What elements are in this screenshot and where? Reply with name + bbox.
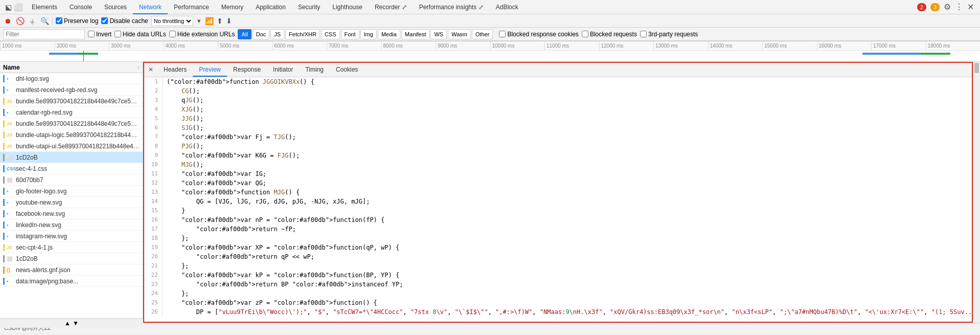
blocked-response-checkbox[interactable] xyxy=(499,31,506,37)
hide-data-checkbox[interactable] xyxy=(115,31,121,37)
blocked-response-label[interactable]: Blocked response cookies xyxy=(499,31,578,38)
export-icon[interactable]: ⬇ xyxy=(226,17,232,25)
third-party-checkbox[interactable] xyxy=(640,31,647,37)
tab-console[interactable]: Console xyxy=(63,0,98,14)
timeline-mark: 1000 ms xyxy=(0,41,55,50)
invert-label[interactable]: Invert xyxy=(88,31,111,38)
settings-icon[interactable]: ⚙ xyxy=(944,2,951,12)
detail-tab-preview[interactable]: Preview xyxy=(193,62,227,77)
line-content: "color:#af00db">var QG; xyxy=(163,178,972,188)
filter-btn-all[interactable]: All xyxy=(238,29,251,39)
code-view[interactable]: 1("color:#af00db">function JGGOIKVBXx() … xyxy=(144,77,972,322)
hide-data-label[interactable]: Hide data URLs xyxy=(115,31,166,38)
device-icon[interactable]: ⬜ xyxy=(14,3,22,11)
filter-btn-other[interactable]: Other xyxy=(472,29,493,39)
file-item[interactable]: ▪glo-footer-logo.svg xyxy=(0,186,143,197)
file-item[interactable]: JSbundle.5e89937004182218b448e49c7ce5e69… xyxy=(0,96,143,107)
network-conditions-icon[interactable]: 📶 xyxy=(205,17,214,25)
file-type-indicator xyxy=(3,143,5,150)
clear-button[interactable]: 🚫 xyxy=(15,16,25,26)
timeline-mark: 14000 ms xyxy=(708,41,763,50)
detail-tab-initiator[interactable]: Initiator xyxy=(267,62,299,77)
close-detail-button[interactable]: ✕ xyxy=(144,62,157,77)
timeline-ruler: 1000 ms2000 ms3000 ms4000 ms5000 ms6000 … xyxy=(0,41,980,51)
hide-ext-checkbox[interactable] xyxy=(169,31,176,37)
blocked-requests-label[interactable]: Blocked requests xyxy=(582,31,637,38)
throttle-select[interactable]: No throttling xyxy=(151,16,193,26)
hide-ext-label[interactable]: Hide extension URLs xyxy=(169,31,235,38)
file-item[interactable]: ▪linkedIn-new.svg xyxy=(0,219,143,231)
filter-btn-doc[interactable]: Doc xyxy=(253,29,270,39)
tab-sources[interactable]: Sources xyxy=(98,0,133,14)
file-item[interactable]: CSSsec-4-1.css xyxy=(0,163,143,174)
filter-btn-js[interactable]: JS xyxy=(270,29,284,39)
code-line: 22 "color:#af00db">var kP = "color:#af00… xyxy=(144,271,972,280)
filter-btn-wasm[interactable]: Wasm xyxy=(448,29,471,39)
line-number: 25 xyxy=(144,298,163,307)
file-item[interactable]: ⬜1cD2oB xyxy=(0,253,143,264)
record-button[interactable]: ⏺ xyxy=(3,16,12,26)
file-item[interactable]: ⬜1cD2oB xyxy=(0,152,143,163)
filter-btn-css[interactable]: CSS xyxy=(321,29,340,39)
timeline-area[interactable]: 1000 ms2000 ms3000 ms4000 ms5000 ms6000 … xyxy=(0,41,980,62)
scrollbar-thumb-v[interactable] xyxy=(974,63,979,73)
inspect-icon[interactable]: ⬕ xyxy=(5,3,12,11)
filter-btn-font[interactable]: Font xyxy=(341,29,359,39)
line-content: XJG(); xyxy=(163,105,972,114)
filter-btn-ws[interactable]: WS xyxy=(430,29,447,39)
close-icon[interactable]: ✕ xyxy=(967,2,974,12)
filter-icon[interactable]: ⏚ xyxy=(28,16,37,26)
filter-btn-manifest[interactable]: Manifest xyxy=(401,29,430,39)
search-icon[interactable]: 🔍 xyxy=(40,16,49,26)
detail-tab-headers[interactable]: Headers xyxy=(157,62,193,77)
file-item[interactable]: ▪facebook-new.svg xyxy=(0,208,143,219)
file-item[interactable]: JSbundle.5e89937004182218b448e49c7ce5e69… xyxy=(0,118,143,129)
tab-lighthouse[interactable]: Lighthouse xyxy=(326,0,369,14)
file-type-indicator xyxy=(3,266,5,274)
tab-security[interactable]: Security xyxy=(292,0,326,14)
tab-adblock[interactable]: AdBlock xyxy=(490,0,525,14)
scroll-down-icon[interactable]: ▼ xyxy=(73,320,79,323)
tab-application[interactable]: Application xyxy=(249,0,292,14)
import-icon[interactable]: ⬆ xyxy=(217,17,223,25)
tab-recorder--[interactable]: Recorder ⤢ xyxy=(369,0,413,14)
file-item[interactable]: ▪data:image/png;base... xyxy=(0,276,143,287)
filter-input[interactable] xyxy=(3,29,85,39)
blocked-requests-checkbox[interactable] xyxy=(582,31,588,37)
file-item[interactable]: ▪youtube-new.svg xyxy=(0,197,143,208)
throttle-dropdown-icon[interactable]: ▼ xyxy=(196,18,202,24)
file-item[interactable]: ⬜60d70bb7 xyxy=(0,174,143,186)
third-party-label[interactable]: 3rd-party requests xyxy=(640,31,698,38)
preserve-log-label[interactable]: Preserve log xyxy=(56,17,98,25)
detail-tab-cookies[interactable]: Cookies xyxy=(330,62,364,77)
file-type-icon: ▪ xyxy=(7,211,14,216)
file-item[interactable]: {}news-alerts.gnf.json xyxy=(0,264,143,276)
tab-performance-insights--[interactable]: Performance insights ⤢ xyxy=(413,0,490,14)
file-item[interactable]: ▪calendar-rgb-red.svg xyxy=(0,107,143,118)
scroll-up-icon[interactable]: ▲ xyxy=(64,320,71,323)
file-item[interactable]: ▪instagram-new.svg xyxy=(0,231,143,242)
timeline-bars xyxy=(0,51,980,62)
filter-btn-img[interactable]: Img xyxy=(360,29,377,39)
file-item[interactable]: ▪dhl-logo.svg xyxy=(0,73,143,84)
file-item[interactable]: JSbundle-utapi-logic.5e89937004182218b44… xyxy=(0,129,143,141)
detail-tab-response[interactable]: Response xyxy=(227,62,267,77)
filter-btn-media[interactable]: Media xyxy=(378,29,400,39)
more-icon[interactable]: ⋮ xyxy=(955,2,963,12)
file-item[interactable]: ▪manifest-received-rgb-red.svg xyxy=(0,84,143,96)
line-content: CG(); xyxy=(163,86,972,96)
filter-btn-fetch-xhr[interactable]: Fetch/XHR xyxy=(285,29,320,39)
disable-cache-label[interactable]: Disable cache xyxy=(101,17,148,25)
tab-network[interactable]: Network xyxy=(133,0,168,14)
preserve-log-checkbox[interactable] xyxy=(56,17,62,24)
code-line: 24 }; xyxy=(144,289,972,298)
tab-memory[interactable]: Memory xyxy=(215,0,249,14)
file-item[interactable]: JSbundle-utapi-ui.5e89937004182218b448e4… xyxy=(0,141,143,152)
file-type-indicator xyxy=(3,278,5,285)
disable-cache-checkbox[interactable] xyxy=(101,17,108,24)
detail-tab-timing[interactable]: Timing xyxy=(299,62,330,77)
tab-elements[interactable]: Elements xyxy=(26,0,63,14)
tab-performance[interactable]: Performance xyxy=(168,0,215,14)
file-item[interactable]: JSsec-cpt-4-1.js xyxy=(0,242,143,253)
invert-checkbox[interactable] xyxy=(88,31,95,37)
